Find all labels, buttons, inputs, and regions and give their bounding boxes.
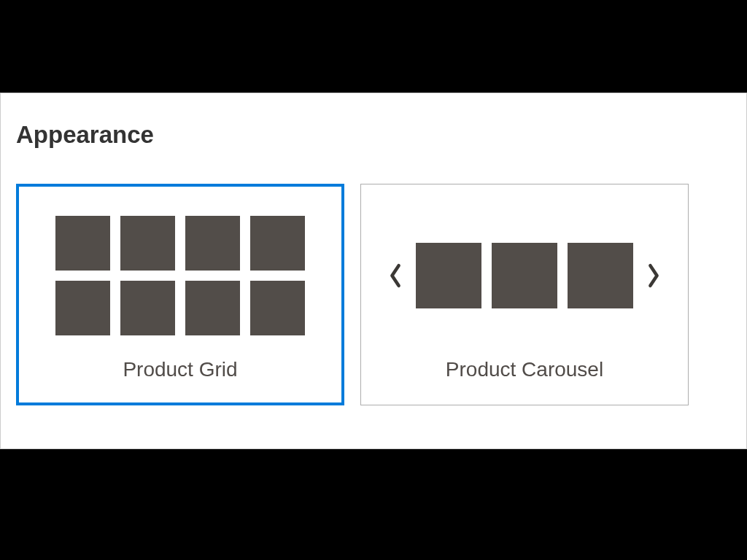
tile-icon: [120, 216, 175, 271]
tile-icon: [55, 281, 110, 335]
tile-icon: [416, 243, 481, 308]
carousel-preview-tiles: [385, 243, 664, 308]
tile-icon: [185, 216, 240, 271]
section-title: Appearance: [16, 121, 730, 149]
tile-icon: [250, 216, 305, 271]
appearance-options: Product Grid: [16, 184, 730, 405]
tile-icon: [55, 216, 110, 271]
option-label: Product Carousel: [446, 358, 603, 381]
option-label: Product Grid: [123, 358, 237, 381]
tile-icon: [120, 281, 175, 335]
chevron-right-icon: [643, 261, 664, 290]
carousel-preview: [361, 209, 688, 342]
option-product-carousel[interactable]: Product Carousel: [360, 184, 689, 405]
grid-preview: [19, 209, 341, 342]
appearance-panel: Appearance Product Grid: [0, 93, 747, 449]
tile-icon: [492, 243, 557, 308]
tile-icon: [185, 281, 240, 335]
chevron-left-icon: [385, 261, 406, 290]
tile-icon: [250, 281, 305, 335]
option-product-grid[interactable]: Product Grid: [16, 184, 344, 405]
tile-icon: [568, 243, 633, 308]
grid-preview-tiles: [55, 216, 305, 335]
